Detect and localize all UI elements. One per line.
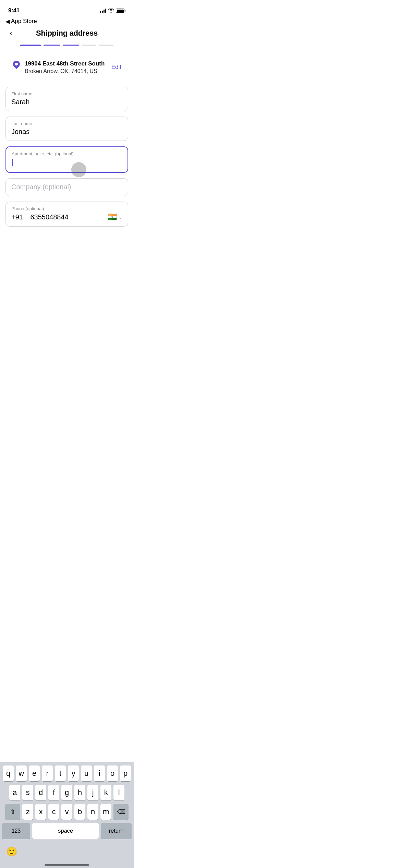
touch-indicator: [71, 162, 86, 177]
app-store-nav[interactable]: ◀ App Store: [0, 16, 134, 25]
edit-address-button[interactable]: Edit: [111, 64, 121, 71]
company-field[interactable]: Company (optional): [5, 178, 128, 196]
last-name-value: Jonas: [11, 128, 122, 136]
first-name-value: Sarah: [11, 98, 122, 106]
progress-steps: [0, 39, 134, 52]
form-container: First name Sarah Last name Jonas Apartme…: [0, 87, 134, 227]
first-name-field[interactable]: First name Sarah: [5, 87, 128, 111]
page-header: ‹ Shipping address: [0, 25, 134, 38]
company-placeholder: Company (optional): [11, 183, 122, 191]
page-title: Shipping address: [36, 29, 98, 38]
step-4: [82, 45, 96, 46]
text-cursor: [12, 159, 13, 166]
india-flag-icon: 🇮🇳: [108, 213, 117, 221]
back-arrow-icon: ‹: [10, 29, 12, 38]
apartment-field[interactable]: Apartment, suite, etc. (optional): [5, 146, 128, 173]
address-line2: Broken Arrow, OK, 74014, US: [25, 68, 105, 74]
last-name-field[interactable]: Last name Jonas: [5, 117, 128, 141]
address-section: 19904 East 48th Street South Broken Arro…: [5, 55, 128, 80]
last-name-label: Last name: [11, 121, 122, 126]
app-store-back-chevron: ◀: [5, 18, 10, 25]
first-name-label: First name: [11, 91, 122, 96]
svg-point-0: [15, 63, 18, 65]
phone-flag-selector[interactable]: 🇮🇳 ⌄: [108, 213, 122, 221]
wifi-icon: [108, 9, 114, 13]
address-left: 19904 East 48th Street South Broken Arro…: [12, 60, 105, 74]
step-1: [20, 45, 41, 46]
step-2: [44, 45, 60, 46]
back-button[interactable]: ‹: [5, 28, 16, 39]
phone-number: 6355048844: [31, 213, 69, 221]
phone-value: +91 6355048844: [11, 213, 69, 221]
step-5: [99, 45, 113, 46]
status-bar: 9:41: [0, 0, 134, 16]
status-time: 9:41: [8, 7, 20, 14]
phone-country-code: +91: [11, 213, 23, 221]
phone-field[interactable]: Phone (optional) +91 6355048844 🇮🇳 ⌄: [5, 202, 128, 227]
phone-label: Phone (optional): [11, 206, 122, 211]
step-3: [63, 45, 79, 46]
dropdown-arrow-icon: ⌄: [118, 214, 122, 220]
phone-row: +91 6355048844 🇮🇳 ⌄: [11, 213, 122, 221]
signal-icon: [100, 9, 106, 13]
address-line1: 19904 East 48th Street South: [25, 60, 105, 68]
app-store-label[interactable]: App Store: [11, 18, 37, 25]
apartment-label: Apartment, suite, etc. (optional): [12, 151, 122, 156]
status-icons: [100, 9, 125, 13]
battery-icon: [116, 9, 125, 13]
location-pin-icon: [12, 61, 21, 69]
address-text: 19904 East 48th Street South Broken Arro…: [25, 60, 105, 74]
